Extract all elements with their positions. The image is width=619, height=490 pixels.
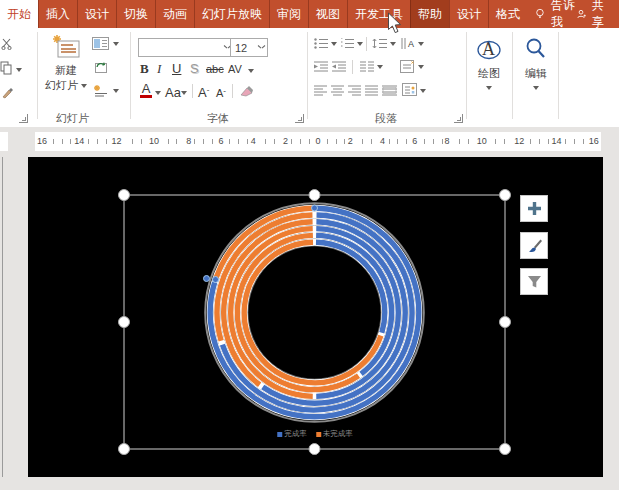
columns-icon	[360, 61, 374, 72]
line-spacing-dropdown[interactable]	[390, 42, 396, 46]
pane-divider[interactable]	[2, 157, 3, 477]
increase-indent-button[interactable]	[332, 61, 346, 72]
tab-view[interactable]: 视图	[308, 0, 347, 28]
section-button[interactable]	[93, 84, 109, 97]
shrink-font-button[interactable]: Aˇ	[216, 87, 226, 99]
distribute-button[interactable]	[382, 85, 397, 96]
text-shadow-button[interactable]: S	[190, 61, 199, 76]
numbering-dropdown[interactable]	[357, 42, 363, 46]
tab-chart-design[interactable]: 设计	[449, 0, 488, 28]
group-separator	[130, 32, 131, 119]
numbering-button[interactable]	[340, 38, 354, 49]
slide[interactable]: 完成率 未完成率	[28, 157, 603, 477]
new-slide-button[interactable]: 新建 幻灯片	[44, 34, 88, 93]
italic-button[interactable]: I	[157, 61, 161, 77]
columns-dropdown[interactable]	[377, 65, 383, 69]
tell-me[interactable]: 告诉我	[535, 0, 576, 28]
decrease-indent-button[interactable]	[314, 61, 328, 72]
tab-label: 审阅	[277, 6, 301, 23]
underline-button[interactable]: U	[172, 61, 181, 76]
font-color-swatch	[140, 95, 152, 98]
tab-slideshow[interactable]: 幻灯片放映	[194, 0, 269, 28]
resize-handle-e[interactable]	[500, 317, 511, 328]
section-icon	[93, 84, 109, 97]
copy-button[interactable]	[0, 61, 13, 75]
layout-button[interactable]	[92, 37, 109, 50]
tab-animations[interactable]: 动画	[155, 0, 194, 28]
align-text-button[interactable]	[400, 60, 414, 73]
resize-handle-se[interactable]	[500, 444, 511, 455]
strikethrough-button[interactable]: abc	[206, 63, 224, 75]
cut-button[interactable]	[1, 38, 13, 50]
mouse-cursor	[387, 12, 402, 34]
legend-item-complete[interactable]: 完成率	[277, 429, 307, 439]
columns-button[interactable]	[360, 61, 374, 72]
bold-button[interactable]: B	[140, 61, 149, 77]
resize-handle-ne[interactable]	[500, 190, 511, 201]
tab-chart-format[interactable]: 格式	[488, 0, 527, 28]
font-name-combo[interactable]	[138, 38, 234, 57]
tab-design[interactable]: 设计	[77, 0, 116, 28]
share-button[interactable]: 共享	[576, 0, 619, 28]
font-color-dropdown[interactable]	[155, 91, 161, 95]
font-color-button[interactable]: A	[140, 83, 152, 98]
tab-home[interactable]: 开始	[0, 0, 38, 28]
new-slide-dropdown	[81, 84, 87, 88]
font-dialog-launcher[interactable]	[295, 114, 304, 123]
chart-elements-button[interactable]	[520, 195, 548, 222]
editing-group-button[interactable]: 编辑	[515, 36, 557, 90]
smartart-dropdown[interactable]	[420, 89, 426, 93]
separator	[192, 84, 193, 98]
font-size-combo[interactable]: 12	[230, 38, 268, 57]
tab-insert[interactable]: 插入	[38, 0, 77, 28]
bullets-dropdown[interactable]	[331, 42, 337, 46]
tab-help[interactable]: 帮助	[410, 0, 449, 28]
justify-button[interactable]	[365, 85, 378, 96]
tab-transitions[interactable]: 切换	[116, 0, 155, 28]
group-separator	[466, 32, 467, 119]
chart-rings[interactable]	[205, 203, 424, 422]
change-case-button[interactable]: Aa	[165, 85, 181, 100]
bullets-button[interactable]	[314, 38, 328, 49]
reset-slide-button[interactable]	[93, 60, 108, 75]
line-spacing-button[interactable]	[372, 38, 387, 49]
font-size-value: 12	[235, 42, 247, 54]
resize-handle-n[interactable]	[309, 190, 320, 201]
chart-filters-button[interactable]	[520, 268, 548, 295]
align-right-button[interactable]	[348, 85, 361, 96]
plus-icon	[527, 201, 542, 216]
format-painter-button[interactable]	[1, 86, 13, 99]
resize-handle-w[interactable]	[119, 317, 130, 328]
clear-formatting-button[interactable]	[240, 85, 254, 97]
spacing-dropdown[interactable]	[248, 69, 254, 73]
paragraph-dialog-launcher[interactable]	[454, 114, 463, 123]
chart-styles-button[interactable]	[520, 232, 548, 259]
align-left-button[interactable]	[314, 85, 327, 96]
drawing-group-button[interactable]: A 绘图	[468, 36, 510, 90]
character-spacing-button[interactable]: AV	[228, 63, 242, 75]
text-direction-button[interactable]: A	[400, 38, 415, 49]
copy-dropdown[interactable]	[16, 68, 22, 72]
chart-legend[interactable]: 完成率 未完成率	[277, 429, 353, 439]
slides-group-label: 幻灯片	[56, 111, 89, 126]
resize-handle-sw[interactable]	[119, 444, 130, 455]
align-text-dropdown[interactable]	[418, 65, 424, 69]
align-center-button[interactable]	[331, 85, 344, 96]
drawing-dropdown	[486, 86, 492, 90]
tab-review[interactable]: 审阅	[269, 0, 308, 28]
reset-icon	[93, 60, 108, 75]
horizontal-ruler[interactable]: 161412 1086 420 246 81012 1416	[35, 132, 601, 151]
resize-handle-nw[interactable]	[119, 190, 130, 201]
eraser-icon	[240, 85, 254, 97]
grow-font-button[interactable]: Aˆ	[198, 85, 209, 100]
ruler-zone: 161412 1086 420 246 81012 1416	[0, 127, 619, 157]
clipboard-dialog-launcher[interactable]	[19, 114, 28, 123]
drawing-label: 绘图	[478, 66, 500, 81]
layout-dropdown[interactable]	[113, 42, 119, 46]
change-case-dropdown[interactable]	[181, 91, 187, 95]
legend-item-incomplete[interactable]: 未完成率	[316, 429, 353, 439]
convert-smartart-button[interactable]	[402, 83, 417, 96]
resize-handle-s[interactable]	[309, 444, 320, 455]
section-dropdown[interactable]	[113, 89, 119, 93]
text-direction-dropdown[interactable]	[418, 42, 424, 46]
